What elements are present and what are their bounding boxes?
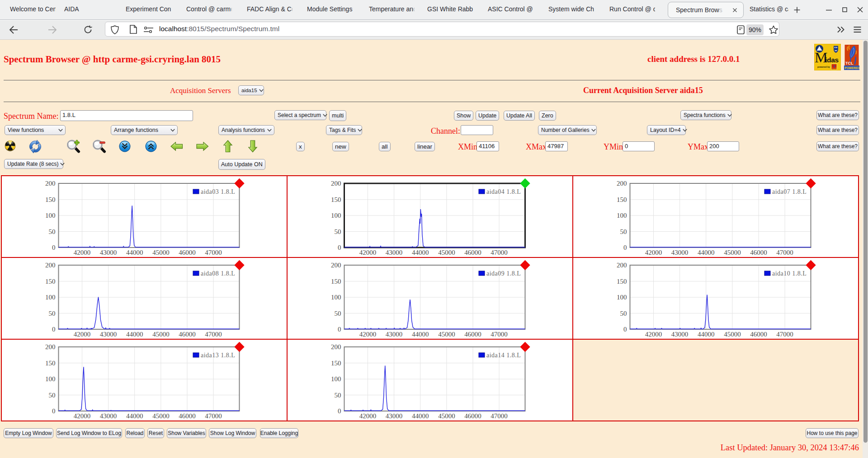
svg-text:200: 200 — [617, 262, 627, 269]
svg-text:100: 100 — [331, 212, 341, 219]
svg-text:0: 0 — [623, 244, 627, 251]
svg-text:46000: 46000 — [464, 249, 481, 256]
svg-text:44000: 44000 — [412, 249, 429, 256]
svg-text:45000: 45000 — [724, 331, 741, 338]
svg-text:45000: 45000 — [438, 412, 455, 420]
svg-text:150: 150 — [617, 278, 627, 285]
svg-text:150: 150 — [331, 196, 341, 203]
svg-text:42000: 42000 — [645, 331, 662, 338]
svg-text:43000: 43000 — [386, 331, 403, 338]
svg-text:150: 150 — [45, 278, 56, 285]
svg-text:47000: 47000 — [205, 331, 222, 338]
svg-text:TCL: TCL — [845, 61, 854, 65]
svg-text:43000: 43000 — [100, 412, 117, 420]
svg-text:aida04 1.8.L: aida04 1.8.L — [486, 188, 521, 195]
svg-text:200: 200 — [45, 262, 56, 269]
svg-text:200: 200 — [617, 180, 627, 187]
svg-text:aida03 1.8.L: aida03 1.8.L — [201, 188, 235, 195]
svg-text:43000: 43000 — [671, 249, 689, 256]
svg-text:45000: 45000 — [152, 331, 170, 338]
svg-text:43000: 43000 — [386, 249, 403, 256]
svg-text:46000: 46000 — [464, 331, 481, 338]
svg-text:42000: 42000 — [359, 249, 377, 256]
svg-text:42000: 42000 — [74, 331, 91, 338]
svg-text:43000: 43000 — [100, 249, 117, 256]
svg-text:200: 200 — [45, 343, 56, 351]
svg-text:45000: 45000 — [438, 249, 455, 256]
svg-text:44000: 44000 — [126, 249, 143, 256]
svg-text:100: 100 — [45, 375, 56, 383]
svg-text:44000: 44000 — [698, 249, 715, 256]
svg-text:42000: 42000 — [74, 249, 91, 256]
svg-text:idas: idas — [825, 56, 839, 64]
svg-text:50: 50 — [49, 228, 56, 235]
svg-text:TCL/TK: TCL/TK — [832, 68, 838, 70]
svg-text:44000: 44000 — [412, 412, 429, 420]
svg-text:50: 50 — [620, 228, 627, 235]
svg-text:200: 200 — [331, 343, 341, 351]
svg-text:46000: 46000 — [750, 249, 767, 256]
svg-text:43000: 43000 — [386, 412, 403, 420]
svg-text:46000: 46000 — [179, 412, 196, 420]
svg-text:aida07 1.8.L: aida07 1.8.L — [772, 188, 807, 195]
svg-text:44000: 44000 — [126, 331, 143, 338]
svg-text:150: 150 — [331, 278, 341, 285]
svg-text:47000: 47000 — [776, 331, 793, 338]
svg-text:aida14 1.8.L: aida14 1.8.L — [486, 352, 521, 359]
svg-text:100: 100 — [331, 375, 341, 383]
svg-text:44000: 44000 — [698, 331, 715, 338]
svg-text:0: 0 — [338, 407, 341, 415]
svg-text:45000: 45000 — [724, 249, 741, 256]
svg-text:45000: 45000 — [152, 249, 170, 256]
svg-text:45000: 45000 — [438, 331, 455, 338]
svg-text:42000: 42000 — [359, 412, 377, 420]
svg-text:45000: 45000 — [152, 412, 170, 420]
svg-text:aida13 1.8.L: aida13 1.8.L — [201, 352, 235, 359]
svg-text:43000: 43000 — [671, 331, 689, 338]
svg-text:50: 50 — [335, 310, 341, 317]
svg-text:100: 100 — [45, 294, 56, 301]
svg-text:POWERED: POWERED — [845, 66, 860, 70]
svg-text:46000: 46000 — [179, 331, 196, 338]
svg-text:150: 150 — [45, 360, 56, 367]
svg-text:47000: 47000 — [776, 249, 793, 256]
svg-text:0: 0 — [52, 326, 56, 333]
svg-text:50: 50 — [49, 392, 56, 399]
svg-text:0: 0 — [338, 244, 341, 251]
svg-text:42000: 42000 — [645, 249, 662, 256]
svg-text:46000: 46000 — [464, 412, 481, 420]
svg-text:50: 50 — [620, 310, 627, 317]
svg-text:42000: 42000 — [359, 331, 377, 338]
svg-text:43000: 43000 — [100, 331, 117, 338]
svg-text:100: 100 — [45, 212, 56, 219]
svg-text:46000: 46000 — [179, 249, 196, 256]
svg-text:powered by: powered by — [817, 65, 830, 68]
svg-text:100: 100 — [331, 294, 341, 301]
svg-text:46000: 46000 — [750, 331, 767, 338]
svg-text:100: 100 — [617, 294, 627, 301]
svg-text:0: 0 — [52, 244, 56, 251]
svg-text:44000: 44000 — [126, 412, 143, 420]
svg-text:200: 200 — [331, 180, 341, 187]
svg-text:aida08 1.8.L: aida08 1.8.L — [201, 270, 235, 277]
svg-text:200: 200 — [45, 180, 56, 187]
svg-text:aida09 1.8.L: aida09 1.8.L — [486, 270, 521, 277]
svg-text:47000: 47000 — [491, 331, 508, 338]
svg-text:0: 0 — [338, 326, 341, 333]
svg-text:aida10 1.8.L: aida10 1.8.L — [772, 270, 807, 277]
svg-text:50: 50 — [335, 392, 341, 399]
svg-text:0: 0 — [52, 407, 56, 415]
svg-text:150: 150 — [617, 196, 627, 203]
svg-text:200: 200 — [331, 262, 341, 269]
svg-text:42000: 42000 — [74, 412, 91, 420]
svg-text:47000: 47000 — [205, 249, 222, 256]
svg-text:47000: 47000 — [491, 412, 508, 420]
svg-text:150: 150 — [45, 196, 56, 203]
svg-text:47000: 47000 — [491, 249, 508, 256]
svg-text:150: 150 — [331, 360, 341, 367]
svg-text:50: 50 — [49, 310, 56, 317]
svg-text:0: 0 — [623, 326, 627, 333]
svg-text:44000: 44000 — [412, 331, 429, 338]
svg-text:100: 100 — [617, 212, 627, 219]
svg-text:47000: 47000 — [205, 412, 222, 420]
